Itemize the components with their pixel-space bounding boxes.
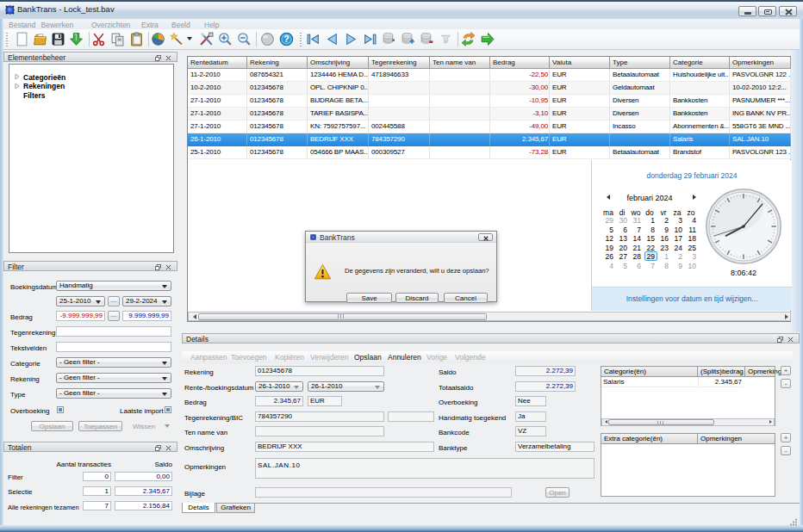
svg-text:?: ? [283, 34, 289, 44]
